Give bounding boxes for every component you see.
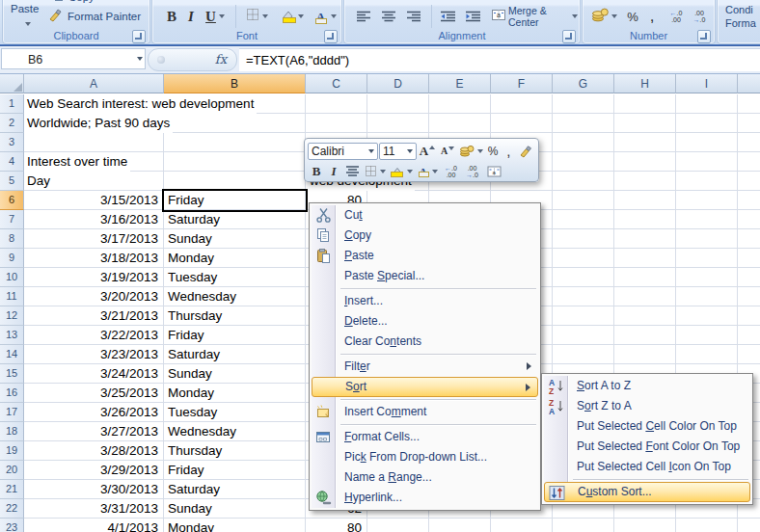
column-header-partial[interactable] — [738, 74, 760, 93]
copy-button[interactable]: Copy — [51, 0, 95, 5]
row-header-23[interactable]: 23 — [0, 519, 24, 532]
increase-decimal-button[interactable]: ←.0.00 — [441, 162, 461, 181]
cell-H5[interactable] — [614, 172, 676, 191]
column-header-G[interactable]: G — [553, 74, 614, 93]
cell-D1[interactable] — [367, 94, 429, 114]
selected-cell-outline[interactable] — [162, 189, 308, 212]
decrease-decimal-button[interactable]: .00→.0 — [462, 162, 482, 181]
cell-G8[interactable] — [553, 229, 614, 249]
fill-color-button[interactable] — [276, 5, 307, 28]
bold-button[interactable]: B — [162, 5, 181, 28]
cell-I3[interactable] — [676, 133, 738, 152]
shrink-font-button[interactable]: A — [439, 142, 457, 161]
cell-F1[interactable] — [491, 94, 553, 114]
cell-G6[interactable] — [553, 191, 614, 210]
format-painter-button[interactable] — [516, 142, 536, 161]
cell-J4[interactable] — [738, 152, 760, 172]
cell-E2[interactable] — [429, 114, 491, 133]
row-header-20[interactable]: 20 — [0, 461, 24, 480]
grow-font-button[interactable]: A — [418, 142, 438, 161]
cell-B3[interactable] — [164, 133, 306, 152]
cell-I8[interactable] — [676, 229, 738, 249]
cell-G13[interactable] — [553, 326, 614, 345]
menu-item-cut[interactable]: Cut — [312, 205, 538, 226]
merge-center-button[interactable]: a Merge & Center — [491, 5, 578, 28]
row-header-1[interactable]: 1 — [0, 94, 24, 114]
cell-G9[interactable] — [553, 249, 614, 268]
decrease-decimal-button[interactable]: .00→.0 — [689, 5, 710, 28]
cell-I1[interactable] — [676, 94, 738, 114]
cell-H6[interactable] — [614, 191, 676, 210]
row-header-14[interactable]: 14 — [0, 345, 24, 364]
cell-H14[interactable] — [614, 345, 676, 364]
row-header-13[interactable]: 13 — [0, 326, 24, 345]
cell-C2[interactable] — [306, 114, 367, 133]
column-header-H[interactable]: H — [614, 74, 676, 93]
menu-item-put-selected-cell-color-on-top[interactable]: Put Selected Cell Color On Top — [544, 416, 750, 437]
paste-button[interactable]: Paste — [11, 3, 39, 14]
menu-item-pick-from-drop-down-list[interactable]: Pick From Drop-down List... — [312, 447, 538, 467]
row-header-7[interactable]: 7 — [0, 210, 24, 229]
cell-B4[interactable] — [164, 152, 306, 172]
row-header-17[interactable]: 17 — [0, 403, 24, 422]
cell-D23[interactable] — [367, 519, 429, 532]
insert-function-icon[interactable]: fx — [215, 52, 227, 66]
row-header-5[interactable]: 5 — [0, 172, 24, 191]
menu-item-copy[interactable]: Copy — [312, 226, 538, 246]
fill-color-button[interactable] — [389, 162, 414, 181]
cell-D2[interactable] — [367, 114, 429, 133]
column-header-D[interactable]: D — [367, 74, 429, 93]
font-dialog-launcher-icon[interactable] — [324, 30, 338, 43]
clipboard-dialog-launcher-icon[interactable] — [132, 30, 146, 43]
cell-I5[interactable] — [676, 172, 738, 191]
comma-style-button[interactable]: , — [502, 142, 515, 161]
cell-J8[interactable] — [738, 229, 760, 249]
menu-item-clear-contents[interactable]: Clear Contents — [312, 332, 538, 352]
cell-G10[interactable] — [553, 268, 614, 287]
cell-H9[interactable] — [614, 249, 676, 268]
merge-center-button[interactable]: a — [483, 162, 504, 181]
cell-E23[interactable] — [429, 519, 491, 532]
increase-indent-button[interactable] — [462, 5, 485, 28]
row-header-11[interactable]: 11 — [0, 287, 24, 306]
row-header-22[interactable]: 22 — [0, 499, 24, 519]
underline-button[interactable]: U — [201, 5, 230, 28]
column-header-I[interactable]: I — [676, 74, 738, 93]
paste-dropdown-icon[interactable] — [25, 22, 31, 26]
cell-I7[interactable] — [676, 210, 738, 229]
row-header-8[interactable]: 8 — [0, 229, 24, 249]
cell-F23[interactable] — [491, 519, 553, 532]
cell-H7[interactable] — [614, 210, 676, 229]
font-size-box[interactable]: 11 — [379, 143, 417, 160]
bold-button[interactable]: B — [308, 162, 325, 181]
cell-G1[interactable] — [553, 94, 614, 114]
cell-C1[interactable] — [306, 94, 367, 114]
row-header-15[interactable]: 15 — [0, 364, 24, 384]
cell-J6[interactable] — [738, 191, 760, 210]
cell-J2[interactable] — [738, 114, 760, 133]
cell-H10[interactable] — [614, 268, 676, 287]
row-header-3[interactable]: 3 — [0, 133, 24, 152]
cell-I6[interactable] — [676, 191, 738, 210]
cell-G7[interactable] — [553, 210, 614, 229]
menu-item-filter[interactable]: Filter — [312, 357, 538, 377]
menu-item-delete[interactable]: Delete... — [312, 311, 538, 332]
cell-J13[interactable] — [738, 326, 760, 345]
cell-H3[interactable] — [614, 133, 676, 152]
italic-button[interactable]: I — [183, 5, 199, 28]
cell-B2[interactable] — [164, 114, 306, 133]
cell-I12[interactable] — [676, 306, 738, 326]
column-header-B[interactable]: B — [164, 74, 306, 93]
name-box[interactable]: B6 — [1, 48, 146, 69]
row-header-4[interactable]: 4 — [0, 152, 24, 172]
cell-J1[interactable] — [738, 94, 760, 114]
cell-I9[interactable] — [676, 249, 738, 268]
row-header-9[interactable]: 9 — [0, 249, 24, 268]
cell-J9[interactable] — [738, 249, 760, 268]
cell-J10[interactable] — [738, 268, 760, 287]
menu-item-sort-z-to-a[interactable]: ZASort Z to A — [544, 396, 750, 416]
menu-item-sort[interactable]: Sort — [312, 377, 538, 397]
cell-G3[interactable] — [553, 133, 614, 152]
cell-H23[interactable] — [614, 519, 676, 532]
align-left-button[interactable] — [352, 5, 375, 28]
